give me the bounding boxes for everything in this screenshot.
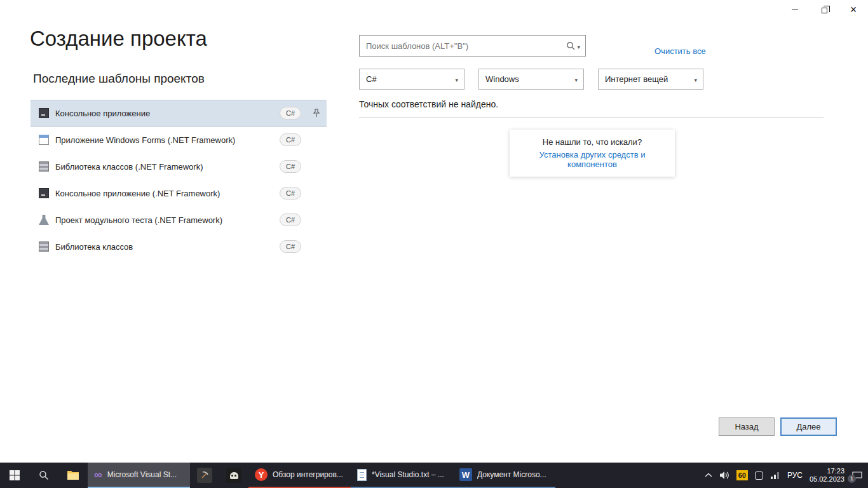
system-tray: 60 РУС 17:23 05.02.2023 1 (698, 463, 868, 488)
tray-app-icon (755, 471, 763, 480)
console-app-icon (39, 108, 49, 118)
next-button[interactable]: Далее (780, 417, 837, 436)
filter-row: C# Windows Интернет вещей (359, 69, 703, 90)
taskbar-app-pickaxe-game[interactable] (190, 463, 219, 488)
no-match-message: Точных соответствий не найдено. (359, 99, 498, 109)
yandex-browser-icon (255, 468, 268, 481)
word-icon (459, 468, 472, 481)
restore-icon (822, 8, 827, 13)
unit-test-icon (39, 215, 49, 225)
language-badge: C# (280, 160, 301, 173)
restore-button[interactable] (810, 0, 839, 19)
language-badge: C# (280, 240, 301, 253)
template-label: Приложение Windows Forms (.NET Framework… (55, 135, 235, 145)
recent-templates-list: Консольное приложение C# Приложение Wind… (31, 100, 327, 260)
windows-logo-icon (10, 470, 20, 480)
back-button[interactable]: Назад (719, 417, 775, 436)
taskbar-app-skull-game[interactable] (219, 463, 248, 488)
not-found-title: Не нашли то, что искали? (513, 137, 671, 147)
taskbar: Microsoft Visual St... Обзор интегриров.… (0, 463, 868, 488)
winforms-app-icon (39, 135, 49, 145)
template-label: Библиотека классов (.NET Framework) (55, 162, 203, 172)
project-type-filter-dropdown[interactable]: Интернет вещей (598, 69, 703, 90)
chevron-down-icon (574, 74, 578, 84)
console-app-icon (39, 188, 49, 198)
platform-filter-value: Windows (485, 74, 574, 84)
not-found-panel: Не нашли то, что искали? Установка други… (510, 130, 675, 177)
recent-templates-title: Последние шаблоны проектов (33, 72, 205, 86)
percent-tray-badge[interactable]: 60 (736, 470, 748, 480)
platform-filter-dropdown[interactable]: Windows (478, 69, 584, 90)
window-controls (780, 0, 868, 19)
taskbar-app-visual-studio[interactable]: Microsoft Visual St... (88, 463, 190, 488)
template-row-console-app-netfw[interactable]: Консольное приложение (.NET Framework) C… (31, 180, 327, 207)
search-icon (39, 470, 49, 480)
action-center-button[interactable]: 1 (851, 471, 863, 480)
notification-count-badge: 1 (848, 475, 856, 483)
chevron-down-icon (694, 74, 697, 84)
chevron-down-icon (577, 41, 580, 51)
clock[interactable]: 17:23 05.02.2023 (810, 467, 844, 484)
template-label: Консольное приложение (55, 109, 150, 118)
language-badge: C# (280, 214, 301, 226)
start-button[interactable] (0, 463, 29, 488)
search-button[interactable] (566, 41, 580, 51)
volume-button[interactable] (719, 471, 729, 480)
taskbar-app-notepad[interactable]: *Visual Studio.txt – ... (351, 463, 453, 488)
language-filter-value: C# (366, 74, 455, 84)
template-label: Библиотека классов (55, 242, 133, 252)
clear-all-link[interactable]: Очистить все (654, 46, 706, 56)
search-input[interactable] (366, 41, 566, 51)
search-icon (566, 41, 575, 50)
clock-date: 05.02.2023 (810, 475, 844, 484)
template-row-winforms-app[interactable]: Приложение Windows Forms (.NET Framework… (31, 126, 327, 153)
template-search-box (359, 35, 586, 57)
chevron-down-icon (455, 74, 458, 84)
file-explorer-button[interactable] (58, 463, 88, 488)
notepad-icon (357, 469, 367, 481)
close-icon (850, 4, 857, 15)
class-library-icon (39, 161, 49, 172)
template-label: Проект модульного теста (.NET Framework) (55, 215, 222, 225)
skull-game-icon (226, 468, 241, 483)
taskbar-app-label: Microsoft Visual St... (107, 470, 177, 479)
language-badge: C# (280, 133, 301, 146)
taskbar-app-label: Документ Microso... (477, 470, 546, 479)
language-indicator[interactable]: РУС (787, 471, 803, 480)
results-divider (359, 118, 824, 118)
project-type-filter-value: Интернет вещей (605, 74, 694, 84)
visual-studio-icon (94, 469, 102, 480)
pin-icon[interactable] (313, 109, 320, 118)
page-title: Создание проекта (30, 27, 207, 51)
volume-icon (719, 471, 729, 480)
language-filter-dropdown[interactable]: C# (359, 69, 465, 90)
taskbar-app-label: Обзор интегриров... (273, 470, 343, 479)
template-label: Консольное приложение (.NET Framework) (55, 189, 220, 198)
taskbar-search-button[interactable] (29, 463, 58, 488)
template-row-class-library[interactable]: Библиотека классов C# (31, 233, 327, 260)
install-components-link[interactable]: Установка других средств и компонентов (513, 150, 671, 169)
language-badge: C# (280, 107, 301, 119)
pickaxe-game-icon (197, 468, 212, 483)
tray-app-button[interactable] (755, 471, 763, 480)
create-project-dialog: Создание проекта Последние шаблоны проек… (0, 0, 868, 463)
close-button[interactable] (839, 0, 868, 19)
taskbar-app-yandex-browser[interactable]: Обзор интегриров... (248, 463, 351, 488)
template-row-console-app[interactable]: Консольное приложение C# (31, 100, 327, 126)
tray-expand-button[interactable] (705, 473, 712, 478)
minimize-icon (792, 10, 798, 10)
clock-time: 17:23 (810, 467, 844, 475)
taskbar-app-word[interactable]: Документ Microso... (453, 463, 555, 488)
network-button[interactable] (770, 471, 780, 479)
taskbar-app-label: *Visual Studio.txt – ... (372, 470, 444, 479)
language-badge: C# (280, 187, 301, 200)
minimize-button[interactable] (780, 0, 810, 19)
folder-icon (67, 470, 79, 480)
template-row-unit-test-netfw[interactable]: Проект модульного теста (.NET Framework)… (31, 207, 327, 233)
class-library-icon (39, 241, 49, 252)
template-row-class-library-netfw[interactable]: Библиотека классов (.NET Framework) C# (31, 153, 327, 180)
chevron-up-icon (705, 473, 712, 478)
network-icon (770, 471, 780, 479)
